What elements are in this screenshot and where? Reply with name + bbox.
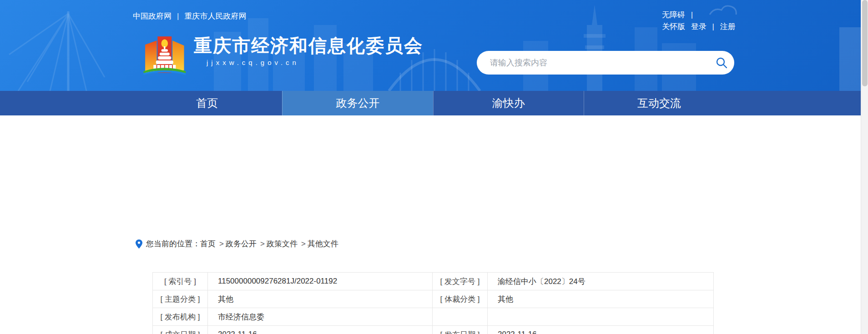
meta-label-empty [433, 308, 488, 326]
nav-item-home[interactable]: 首页 [132, 91, 282, 115]
meta-label-doc-no: [ 发文字号 ] [433, 273, 488, 290]
location-pin-icon [136, 239, 142, 249]
breadcrumb-gov-disclosure[interactable]: 政务公开 [226, 239, 257, 249]
meta-value-issuing-agency: 市经济信息委 [208, 308, 433, 326]
breadcrumb: 您当前的位置： 首页 > 政务公开 > 政策文件 > 其他文件 [136, 239, 338, 249]
site-logo-icon[interactable] [141, 35, 187, 76]
topbar-left-links: 中国政府网 | 重庆市人民政府网 [133, 11, 246, 21]
table-row: [ 主题分类 ] 其他 [ 体裁分类 ] 其他 [153, 290, 714, 308]
meta-value-topic-category: 其他 [208, 290, 433, 308]
topbar-utility-links: 无障碍 | 关怀版 登录 | 注册 [662, 9, 736, 33]
scrollbar-thumb[interactable] [862, 0, 868, 86]
table-row: [ 索引号 ] 11500000009276281J/2022-01192 [ … [153, 273, 714, 290]
topbar-divider: | [712, 22, 714, 31]
meta-value-empty [488, 308, 714, 326]
site-header: 中国政府网 | 重庆市人民政府网 无障碍 | 关怀版 登录 | 注册 [0, 0, 861, 91]
search-input[interactable] [490, 58, 709, 68]
site-title: 重庆市经济和信息化委员会 [194, 35, 423, 56]
meta-value-genre-category: 其他 [488, 290, 714, 308]
register-link[interactable]: 注册 [720, 22, 736, 31]
topbar-divider: | [691, 10, 693, 19]
breadcrumb-other-files[interactable]: 其他文件 [308, 239, 338, 249]
meta-label-genre-category: [ 体裁分类 ] [433, 290, 488, 308]
content-area: 您当前的位置： 首页 > 政务公开 > 政策文件 > 其他文件 [ 索引号 ] … [0, 115, 861, 334]
breadcrumb-separator: > [301, 239, 306, 249]
breadcrumb-home[interactable]: 首页 [200, 239, 216, 249]
document-meta-table: [ 索引号 ] 11500000009276281J/2022-01192 [ … [152, 272, 714, 334]
meta-label-issuing-agency: [ 发布机构 ] [153, 308, 208, 326]
nav-item-yukuaiban[interactable]: 渝快办 [433, 91, 584, 115]
care-version-link[interactable]: 关怀版 [662, 22, 685, 31]
site-domain: jjxxw.cq.gov.cn [207, 59, 423, 66]
meta-value-index-no: 11500000009276281J/2022-01192 [208, 273, 433, 290]
login-link[interactable]: 登录 [691, 22, 707, 31]
link-chongqing-gov[interactable]: 重庆市人民政府网 [184, 11, 246, 21]
breadcrumb-separator: > [260, 239, 265, 249]
meta-value-publish-date: 2022-11-16 [488, 326, 714, 334]
accessibility-link[interactable]: 无障碍 [662, 10, 685, 19]
meta-value-doc-no: 渝经信中小〔2022〕24号 [488, 273, 714, 290]
meta-value-written-date: 2022-11-16 [208, 326, 433, 334]
table-row: [ 成文日期 ] 2022-11-16 [ 发布日期 ] 2022-11-16 [153, 326, 714, 334]
table-row: [ 发布机构 ] 市经济信息委 [153, 308, 714, 326]
breadcrumb-prefix: 您当前的位置： [146, 239, 200, 249]
search-button[interactable] [709, 51, 734, 75]
search-icon [715, 56, 728, 69]
link-china-gov[interactable]: 中国政府网 [133, 11, 172, 21]
breadcrumb-separator: > [219, 239, 224, 249]
nav-item-gov-disclosure[interactable]: 政务公开 [282, 91, 433, 115]
meta-label-publish-date: [ 发布日期 ] [433, 326, 488, 334]
breadcrumb-policy-files[interactable]: 政策文件 [267, 239, 298, 249]
main-nav: 首页 政务公开 渝快办 互动交流 [0, 91, 861, 115]
page: 中国政府网 | 重庆市人民政府网 无障碍 | 关怀版 登录 | 注册 [0, 0, 868, 334]
meta-label-topic-category: [ 主题分类 ] [153, 290, 208, 308]
topbar-divider: | [177, 12, 179, 21]
meta-label-written-date: [ 成文日期 ] [153, 326, 208, 334]
page-scrollbar[interactable] [861, 0, 868, 334]
nav-item-interaction[interactable]: 互动交流 [584, 91, 734, 115]
meta-label-index-no: [ 索引号 ] [153, 273, 208, 290]
search-box [477, 51, 734, 75]
site-brand: 重庆市经济和信息化委员会 jjxxw.cq.gov.cn [141, 35, 423, 76]
